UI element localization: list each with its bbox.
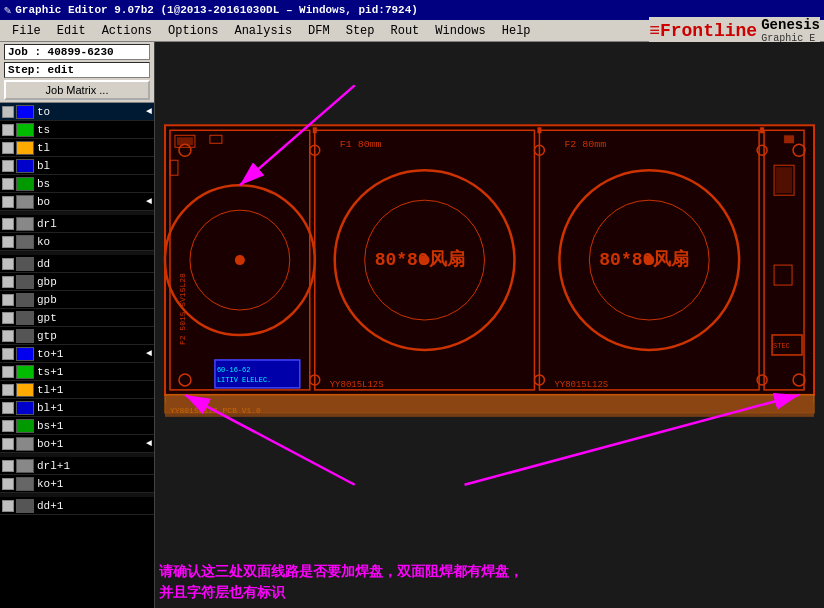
layer-checkbox[interactable]: [2, 366, 14, 378]
layer-name-label: bo: [37, 196, 144, 208]
layer-checkbox[interactable]: [2, 218, 14, 230]
layer-color: [16, 477, 34, 491]
layer-row[interactable]: ko: [0, 233, 154, 251]
layer-row[interactable]: tl+1: [0, 381, 154, 399]
layer-row[interactable]: gtp: [0, 327, 154, 345]
layer-name-label: tl+1: [37, 384, 152, 396]
menu-analysis[interactable]: Analysis: [226, 22, 300, 40]
layer-color: [16, 365, 34, 379]
layer-checkbox[interactable]: [2, 384, 14, 396]
layer-checkbox[interactable]: [2, 312, 14, 324]
layer-checkbox[interactable]: [2, 294, 14, 306]
layer-name-label: gbp: [37, 276, 152, 288]
layer-row[interactable]: drl+1: [0, 457, 154, 475]
layer-checkbox[interactable]: [2, 258, 14, 270]
layer-row[interactable]: drl: [0, 215, 154, 233]
layer-checkbox[interactable]: [2, 124, 14, 136]
layer-checkbox[interactable]: [2, 438, 14, 450]
bottom-line1: 请确认这三处双面线路是否要加焊盘，双面阻焊都有焊盘，: [159, 562, 523, 583]
layer-name-label: gpt: [37, 312, 152, 324]
menu-edit[interactable]: Edit: [49, 22, 94, 40]
logo-area: ≡Frontline Genesis Graphic E: [649, 17, 820, 44]
layer-color: [16, 293, 34, 307]
menu-actions[interactable]: Actions: [94, 22, 160, 40]
layer-checkbox[interactable]: [2, 500, 14, 512]
svg-text:STEC: STEC: [773, 342, 790, 350]
layer-color: [16, 159, 34, 173]
menu-dfm[interactable]: DFM: [300, 22, 338, 40]
app-icon: ✎: [4, 3, 11, 18]
job-matrix-button[interactable]: Job Matrix ...: [4, 80, 150, 100]
menu-bar: File Edit Actions Options Analysis DFM S…: [0, 20, 824, 42]
layer-checkbox[interactable]: [2, 276, 14, 288]
layer-checkbox[interactable]: [2, 402, 14, 414]
layer-row[interactable]: gpt: [0, 309, 154, 327]
layer-row[interactable]: dd+1: [0, 497, 154, 515]
layer-checkbox[interactable]: [2, 160, 14, 172]
main-content: Job : 40899-6230 Step: edit Job Matrix .…: [0, 42, 824, 608]
canvas-area[interactable]: F1 80mm F2 80mm 80*80风扇 80*80风扇 YY8015L1…: [155, 42, 824, 608]
svg-text:F2 5015 5V15L28: F2 5015 5V15L28: [178, 273, 187, 345]
menu-step[interactable]: Step: [338, 22, 383, 40]
menu-windows[interactable]: Windows: [427, 22, 493, 40]
layer-color: [16, 257, 34, 271]
layer-row[interactable]: tl: [0, 139, 154, 157]
layer-row[interactable]: gpb: [0, 291, 154, 309]
layer-row[interactable]: gbp: [0, 273, 154, 291]
layer-color: [16, 347, 34, 361]
svg-point-9: [235, 255, 245, 265]
layer-color: [16, 311, 34, 325]
menu-file[interactable]: File: [4, 22, 49, 40]
layer-row[interactable]: dd: [0, 255, 154, 273]
layer-color: [16, 195, 34, 209]
layer-row[interactable]: bl: [0, 157, 154, 175]
layer-row[interactable]: ts+1: [0, 363, 154, 381]
layer-checkbox[interactable]: [2, 236, 14, 248]
layer-row[interactable]: bs+1: [0, 417, 154, 435]
menu-rout[interactable]: Rout: [383, 22, 428, 40]
layer-row[interactable]: bl+1: [0, 399, 154, 417]
logo-genesis: Genesis Graphic E: [761, 17, 820, 44]
layer-row[interactable]: bs: [0, 175, 154, 193]
svg-text:YY8015L12S: YY8015L12S: [554, 380, 608, 390]
svg-text:60-16-62: 60-16-62: [217, 366, 250, 374]
layer-checkbox[interactable]: [2, 196, 14, 208]
svg-text:LITIV ELELEC.: LITIV ELELEC.: [217, 376, 271, 384]
layer-color: [16, 275, 34, 289]
layer-list[interactable]: to◄tstlblbsbo◄drlkoddgbpgpbgptgtpto+1◄ts…: [0, 103, 154, 608]
svg-text:F2  80mm: F2 80mm: [564, 139, 606, 150]
layer-row[interactable]: bo+1◄: [0, 435, 154, 453]
layer-row[interactable]: bo◄: [0, 193, 154, 211]
svg-rect-39: [784, 135, 794, 143]
pcb-canvas: F1 80mm F2 80mm 80*80风扇 80*80风扇 YY8015L1…: [155, 42, 824, 608]
layer-name-label: bs: [37, 178, 152, 190]
layer-row[interactable]: to◄: [0, 103, 154, 121]
layer-checkbox[interactable]: [2, 460, 14, 472]
layer-checkbox[interactable]: [2, 420, 14, 432]
step-field: Step: edit: [4, 62, 150, 78]
layer-color: [16, 217, 34, 231]
layer-checkbox[interactable]: [2, 348, 14, 360]
svg-rect-37: [776, 167, 792, 193]
layer-row[interactable]: ts: [0, 121, 154, 139]
layer-checkbox[interactable]: [2, 178, 14, 190]
menu-options[interactable]: Options: [160, 22, 226, 40]
layer-name-label: drl: [37, 218, 152, 230]
bottom-line2: 并且字符层也有标识: [159, 583, 523, 604]
layer-row[interactable]: ko+1: [0, 475, 154, 493]
svg-text:YY8015L12S: YY8015L12S: [330, 380, 384, 390]
layer-checkbox[interactable]: [2, 330, 14, 342]
svg-rect-49: [537, 127, 541, 133]
layer-name-label: dd+1: [37, 500, 152, 512]
title-text: Graphic Editor 9.07b2 (1@2013-20161030DL…: [15, 4, 418, 16]
layer-name-label: ts: [37, 124, 152, 136]
layer-row[interactable]: to+1◄: [0, 345, 154, 363]
menu-help[interactable]: Help: [494, 22, 539, 40]
layer-checkbox[interactable]: [2, 106, 14, 118]
layer-checkbox[interactable]: [2, 142, 14, 154]
layer-name-label: bl: [37, 160, 152, 172]
job-field: Job : 40899-6230: [4, 44, 150, 60]
layer-color: [16, 141, 34, 155]
layer-checkbox[interactable]: [2, 478, 14, 490]
layer-color: [16, 437, 34, 451]
